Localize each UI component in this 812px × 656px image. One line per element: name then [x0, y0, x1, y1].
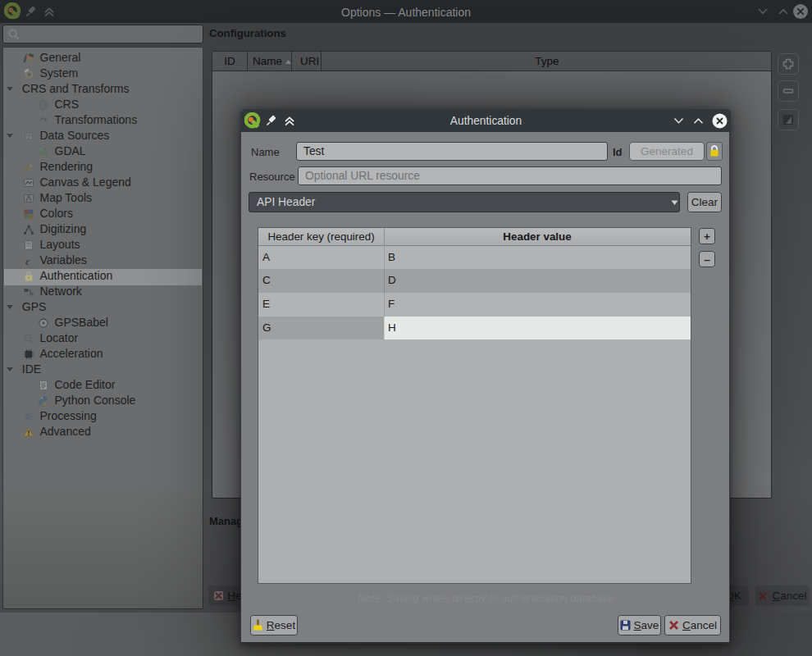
- svg-text:ε: ε: [25, 255, 30, 266]
